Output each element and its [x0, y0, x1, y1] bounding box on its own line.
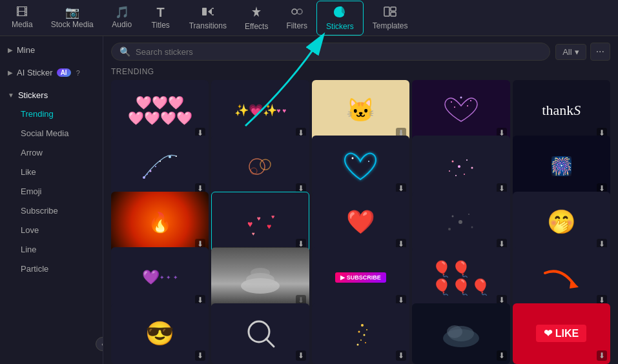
hearts-visual: 🩷🩷🩷🩷🩷🩷🩷 [112, 81, 208, 141]
sidebar-mine-header[interactable]: ▶ Mine [0, 41, 103, 59]
sticker-heart-glow[interactable]: 💜✦ ✦ ✦ ⬇ [111, 247, 209, 308]
effects-icon [250, 5, 263, 20]
nav-titles[interactable]: T Titles [141, 2, 180, 34]
sticker-cat[interactable]: 🐱 ⬇ [312, 80, 409, 141]
sticker-search[interactable]: ⬇ [211, 303, 309, 364]
sticker-particles[interactable]: ⬇ [412, 136, 510, 197]
download-icon-24[interactable]: ⬇ [497, 350, 507, 361]
sidebar-item-arrow[interactable]: Arrow [3, 143, 100, 162]
sticker-sparkle-trail[interactable]: ⬇ [111, 136, 209, 197]
sidebar-item-emoji[interactable]: Emoji [3, 182, 100, 201]
svg-point-25 [351, 157, 353, 159]
filter-dropdown[interactable]: All ▾ [555, 44, 586, 60]
download-icon-22[interactable]: ⬇ [296, 350, 306, 361]
stickers-grid: 🩷🩷🩷🩷🩷🩷🩷 ⬇ ✨💗✨♥ ♥ ⬇ 🐱 ⬇ [103, 80, 618, 364]
sidebar-item-love[interactable]: Love [3, 221, 100, 239]
svg-point-33 [455, 175, 457, 176]
fireworks-visual: 🎆 [513, 136, 610, 196]
red-heart-visual: ❤️ [313, 192, 409, 252]
svg-point-16 [149, 170, 151, 172]
sticker-arrow-red[interactable]: ⬇ [513, 247, 610, 308]
chevron-right-icon-ai: ▶ [8, 69, 13, 76]
sparkle-hearts-visual: ✨💗✨♥ ♥ [212, 81, 308, 141]
stock-media-icon: 📷 [65, 6, 79, 18]
more-options-button[interactable]: ··· [590, 43, 610, 61]
templates-icon [383, 6, 397, 19]
nav-transitions[interactable]: Transitions [180, 2, 236, 34]
nav-stock-media[interactable]: 📷 Stock Media [42, 3, 103, 33]
nav-effects[interactable]: Effects [236, 1, 277, 35]
search-sticker-visual [212, 304, 308, 364]
nav-filters[interactable]: Filters [277, 2, 316, 34]
svg-rect-7 [391, 7, 396, 11]
sticker-fire-explosion[interactable]: 🔥 ⬇ [111, 192, 209, 253]
sticker-glitter-heart[interactable]: ⬇ [412, 80, 510, 141]
svg-point-11 [470, 100, 471, 101]
svg-point-43 [471, 226, 473, 228]
sticker-fireworks[interactable]: 🎆 ⬇ [513, 136, 610, 197]
nav-media[interactable]: 🎞 Media [3, 3, 42, 33]
nav-templates[interactable]: Templates [364, 2, 417, 34]
svg-text:♥: ♥ [271, 214, 274, 220]
sidebar-collapse-button[interactable]: ‹ [96, 337, 103, 351]
sidebar-item-trending[interactable]: Trending [3, 105, 100, 123]
subscribe-visual: ▶ SUBSCRIBE [313, 248, 409, 308]
sticker-cloud-dark[interactable]: ⬇ [412, 303, 510, 364]
download-icon-25[interactable]: ⬇ [597, 350, 607, 361]
search-input[interactable] [136, 47, 542, 57]
sticker-like-badge[interactable]: ❤ LIKE ⬇ [513, 303, 610, 364]
search-bar: 🔍 All ▾ ··· [103, 36, 618, 65]
rings-visual [212, 136, 308, 196]
sidebar-item-particle[interactable]: Particle [3, 259, 100, 278]
sticker-scatter[interactable]: ⬇ [412, 192, 510, 253]
svg-point-54 [365, 342, 366, 343]
svg-rect-8 [391, 12, 396, 16]
sticker-subscribe[interactable]: ▶ SUBSCRIBE ⬇ [312, 247, 409, 308]
svg-point-51 [358, 331, 360, 333]
sticker-neon-heart[interactable]: ⬇ [312, 136, 409, 197]
sticker-rings[interactable]: ⬇ [211, 136, 309, 197]
sticker-sunglasses-emoji[interactable]: 😎 ⬇ [111, 303, 209, 364]
svg-text:♥: ♥ [247, 219, 252, 229]
svg-point-53 [360, 339, 362, 341]
chevron-down-icon: ▼ [8, 92, 14, 99]
sticker-smoke[interactable]: ⬇ [211, 247, 309, 308]
svg-point-28 [452, 161, 454, 163]
svg-rect-6 [384, 7, 389, 16]
stickers-icon [333, 5, 347, 20]
sticker-floating-hearts[interactable]: ♥ ♥ ♥ ♥ ♥ ⬇ [211, 192, 309, 253]
svg-point-29 [466, 159, 468, 161]
cat-visual: 🐱 [313, 81, 409, 141]
sticker-gold-particles[interactable]: ⬇ [312, 303, 409, 364]
content-area: 🔍 All ▾ ··· TRENDING 🩷🩷🩷🩷🩷🩷🩷 [103, 36, 618, 364]
download-icon-23[interactable]: ⬇ [396, 350, 406, 361]
nav-audio[interactable]: 🎵 Audio [103, 3, 141, 33]
svg-line-49 [266, 339, 274, 347]
gold-particles-visual [313, 304, 409, 364]
download-icon-21[interactable]: ⬇ [195, 350, 205, 361]
sidebar-stickers-header[interactable]: ▼ Stickers [0, 86, 103, 104]
sidebar-item-like[interactable]: Like [3, 163, 100, 181]
sidebar-ai-header[interactable]: ▶ AI Sticker AI ? [0, 64, 103, 81]
sidebar-item-line[interactable]: Line [3, 240, 100, 259]
svg-point-41 [468, 214, 469, 215]
search-right: All ▾ ··· [555, 43, 610, 61]
like-badge-visual: ❤ LIKE [513, 304, 610, 364]
sidebar-item-subscribe[interactable]: Subscribe [3, 201, 100, 220]
svg-point-20 [147, 174, 148, 175]
sticker-sparkle-hearts[interactable]: ✨💗✨♥ ♥ ⬇ [211, 80, 309, 141]
nav-stickers[interactable]: Stickers [316, 1, 364, 35]
svg-point-55 [356, 344, 358, 346]
sticker-laughing-emoji[interactable]: 🤭 ⬇ [513, 192, 610, 253]
sticker-hearts[interactable]: 🩷🩷🩷🩷🩷🩷🩷 ⬇ [111, 80, 209, 141]
sidebar-item-social-media[interactable]: Social Media [3, 124, 100, 143]
svg-point-17 [160, 161, 161, 162]
top-nav: 🎞 Media 📷 Stock Media 🎵 Audio T Titles T… [0, 0, 618, 36]
sticker-balloons[interactable]: 🎈🎈🎈🎈🎈 ⬇ [412, 247, 510, 308]
svg-text:♥: ♥ [267, 222, 271, 231]
svg-point-13 [454, 106, 455, 108]
svg-rect-0 [202, 8, 207, 15]
arrow-red-visual [513, 248, 610, 308]
sticker-red-heart[interactable]: ❤️ ⬇ [312, 192, 409, 253]
sticker-thanks[interactable]: thankS ⬇ [513, 80, 610, 141]
